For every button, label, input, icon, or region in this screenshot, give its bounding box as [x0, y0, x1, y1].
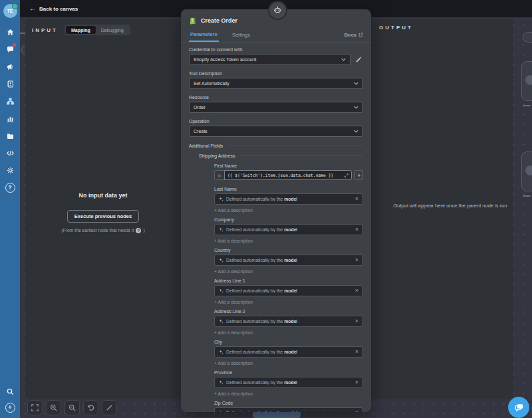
tool-description-select[interactable]: Set Automatically [189, 78, 363, 89]
ai-field-label: Address Line 2 [214, 309, 363, 314]
ai-field-label: Province [214, 370, 363, 375]
remove-field-icon[interactable]: × [355, 196, 358, 202]
reset-zoom-button[interactable] [83, 400, 98, 415]
workflow-icon[interactable] [5, 96, 15, 106]
canvas-node-label [523, 195, 531, 197]
bar-chart-icon[interactable] [5, 114, 15, 123]
megaphone-icon[interactable] [5, 62, 15, 71]
search-icon[interactable] [5, 387, 15, 396]
code-icon[interactable] [5, 148, 15, 157]
home-icon[interactable] [5, 27, 15, 37]
add-description-link[interactable]: + Add a description [214, 300, 363, 304]
zoom-in-icon [50, 404, 57, 411]
sparkle-icon [219, 380, 223, 385]
section-divider [240, 156, 363, 156]
docs-link[interactable]: Docs [344, 32, 363, 38]
resource-select[interactable]: Order [189, 102, 363, 113]
dialog-title: Create Order [201, 17, 237, 24]
ai-defined-field[interactable]: Defined automatically by the model × [214, 346, 363, 358]
fit-view-button[interactable] [27, 400, 43, 415]
add-description-link[interactable]: + Add a description [214, 208, 363, 213]
add-description-link[interactable]: + Add a description [214, 391, 363, 396]
fit-view-icon [31, 404, 39, 411]
chevron-down-icon [341, 58, 346, 61]
ai-defined-field[interactable]: Defined automatically by the model × [214, 377, 363, 388]
ai-defined-text: Defined automatically by the model [226, 258, 297, 262]
presence-dot-icon [12, 3, 18, 9]
credential-select[interactable]: Shopify Access Token account [189, 54, 350, 65]
ai-defined-field[interactable]: Defined automatically by the model × [214, 193, 363, 205]
chevron-down-icon [354, 82, 358, 85]
expression-text: {{ $('Switch').item.json.data.chat.name … [227, 173, 333, 177]
operation-select[interactable]: Create [189, 126, 363, 137]
ai-define-toggle-button[interactable] [354, 170, 363, 180]
remove-field-icon[interactable]: × [355, 227, 358, 233]
ai-defined-field[interactable]: Defined automatically by the model × [214, 255, 363, 266]
remove-field-icon[interactable]: × [355, 349, 358, 355]
add-description-link[interactable]: + Add a description [214, 330, 363, 335]
chat-notification-icon[interactable] [5, 45, 15, 54]
avatar[interactable]: TE [3, 4, 17, 18]
ai-defined-text: Defined automatically by the model [226, 227, 297, 232]
chevron-down-icon [354, 130, 358, 133]
zoom-out-button[interactable] [65, 400, 80, 415]
expand-expression-icon[interactable] [344, 173, 348, 177]
canvas-node-partial[interactable] [523, 32, 532, 43]
back-to-canvas-button[interactable]: ← Back to canvas [29, 5, 78, 12]
tool-description-label: Tool Description [189, 71, 363, 76]
ai-defined-field[interactable]: Defined automatically by the model × [214, 285, 363, 296]
ai-defined-field[interactable]: Defined automatically by the model × [214, 407, 363, 412]
credential-value: Shopify Access Token account [194, 57, 256, 62]
zoom-in-button[interactable] [46, 400, 61, 415]
dialog-body: Credential to connect with Shopify Acces… [181, 43, 371, 412]
question-mark-icon[interactable]: ? [136, 228, 141, 233]
first-name-expression-input[interactable]: {{ $('Switch').item.json.data.chat.name … [224, 170, 352, 180]
shipping-address-section: Shipping Address [199, 154, 363, 158]
ai-agent-node-bubble[interactable] [268, 1, 287, 20]
remove-field-icon[interactable]: × [355, 410, 358, 412]
remove-field-icon[interactable]: × [355, 257, 358, 263]
ai-field-group: City Defined automatically by the model … [214, 340, 363, 366]
add-description-link[interactable]: + Add a description [214, 269, 363, 274]
folder-icon[interactable] [5, 131, 15, 140]
contacts-icon[interactable] [5, 79, 15, 88]
execute-previous-nodes-button[interactable]: Execute previous nodes [67, 210, 139, 223]
help-icon[interactable]: ? [5, 183, 15, 193]
sparkle-icon [219, 227, 223, 232]
notification-dot-icon [13, 43, 16, 47]
tab-settings[interactable]: Settings [231, 28, 251, 41]
input-empty-title: No input data yet [78, 192, 127, 199]
sparkle-icon [219, 288, 223, 293]
ai-defined-text: Defined automatically by the model [226, 380, 297, 385]
remove-field-icon[interactable]: × [355, 318, 358, 324]
diagonal-line-icon [106, 404, 113, 411]
ai-defined-field[interactable]: Defined automatically by the model × [214, 224, 363, 235]
canvas-node-partial[interactable] [521, 152, 532, 191]
chat-launcher-button[interactable] [508, 397, 529, 418]
sparkle-icon [219, 350, 223, 354]
add-description-link[interactable]: + Add a description [214, 361, 363, 366]
resource-label: Resource [189, 95, 363, 100]
remove-field-icon[interactable]: × [355, 288, 358, 294]
gear-icon[interactable] [5, 165, 15, 175]
canvas-node-partial[interactable] [521, 61, 532, 101]
ai-field-group: Country Defined automatically by the mod… [214, 248, 363, 274]
remove-field-icon[interactable]: × [355, 379, 358, 385]
tab-parameters[interactable]: Parameters [189, 27, 219, 42]
node-settings-dialog: Create Order Parameters Settings Docs Cr… [181, 9, 371, 412]
sparkle-icon [219, 319, 223, 324]
tidy-up-button[interactable] [102, 400, 117, 415]
shipping-address-label: Shipping Address [199, 154, 235, 158]
back-arrow-icon: ← [29, 5, 36, 12]
ai-field-group: Company Defined automatically by the mod… [214, 217, 363, 243]
robot-icon [273, 6, 282, 15]
sparkle-icon [219, 258, 223, 262]
input-empty-hint: (From the earliest node that needs it ? … [61, 228, 144, 233]
ai-defined-field[interactable]: Defined automatically by the model × [214, 316, 363, 327]
output-panel-title: OUTPUT [379, 25, 413, 31]
back-to-canvas-label: Back to canvas [39, 6, 78, 12]
ai-field-label: City [214, 340, 363, 344]
edit-credential-button[interactable] [354, 55, 363, 64]
add-icon[interactable]: + [5, 403, 15, 413]
add-description-link[interactable]: + Add a description [214, 239, 363, 243]
